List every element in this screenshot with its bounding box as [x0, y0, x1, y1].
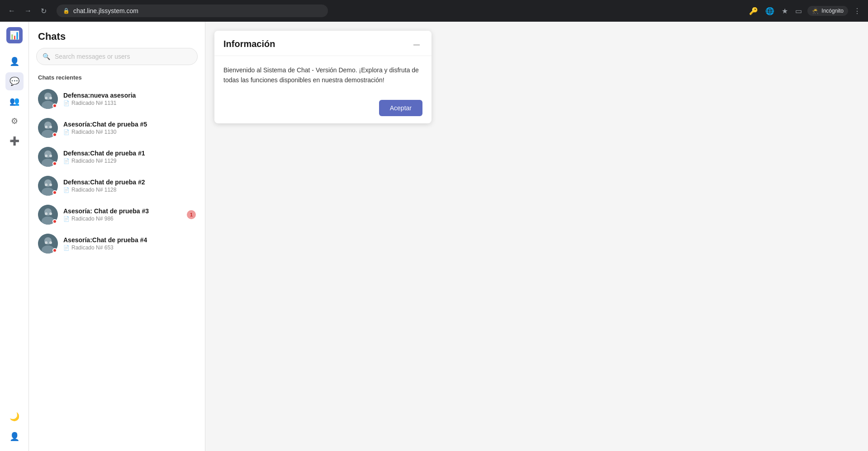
- notification-badge: 1: [187, 210, 196, 219]
- chat-list-item[interactable]: Defensa:nueva asesoria📄Radicado N# 1131: [29, 85, 205, 113]
- app-container: 📊 👤 💬 👥 ⚙ ➕ 🌙 👤 Chats 🔍: [0, 22, 868, 451]
- svg-point-23: [45, 212, 47, 215]
- browser-chrome: ← → ↻ 🔒 chat.line.jlssystem.com 🔑 🌐 ★ ▭ …: [0, 0, 868, 22]
- modal-close-button[interactable]: —: [411, 40, 422, 49]
- svg-point-9: [49, 126, 52, 128]
- incognito-label: Incógnito: [821, 8, 844, 14]
- back-button[interactable]: ←: [5, 5, 18, 17]
- chat-list-item[interactable]: Asesoría:Chat de prueba #5📄Radicado N# 1…: [29, 113, 205, 142]
- status-dot: [52, 190, 57, 195]
- moon-icon: 🌙: [9, 412, 19, 422]
- incognito-badge: 🥷 Incógnito: [807, 6, 848, 16]
- chat-info: Asesoría:Chat de prueba #4📄Radicado N# 6…: [63, 236, 196, 251]
- chat-list: Defensa:nueva asesoria📄Radicado N# 1131A…: [29, 85, 205, 451]
- file-icon: 📄: [63, 216, 70, 222]
- accept-button[interactable]: Aceptar: [379, 100, 422, 116]
- lock-icon: 🔒: [63, 8, 70, 14]
- svg-point-3: [45, 97, 47, 99]
- chat-subtitle: 📄Radicado N# 1131: [63, 100, 196, 106]
- chat-title: Defensa:Chat de prueba #2: [63, 179, 196, 186]
- chat-title: Defensa:Chat de prueba #1: [63, 150, 196, 157]
- menu-button[interactable]: ⋮: [852, 5, 863, 17]
- icon-sidebar: 📊 👤 💬 👥 ⚙ ➕ 🌙 👤: [0, 22, 29, 451]
- incognito-icon: 🥷: [812, 8, 819, 14]
- svg-point-8: [45, 126, 47, 128]
- file-icon: 📄: [63, 129, 70, 135]
- svg-point-28: [45, 241, 47, 244]
- modal-title: Información: [223, 39, 275, 49]
- chat-info: Asesoría: Chat de prueba #3📄Radicado N# …: [63, 207, 181, 222]
- browser-action-bar: 🔑 🌐 ★ ▭ 🥷 Incógnito ⋮: [747, 5, 863, 17]
- radicado-text: Radicado N# 1129: [71, 158, 116, 164]
- svg-point-4: [49, 97, 52, 99]
- sidebar-item-user-profile[interactable]: 👤: [5, 428, 24, 446]
- chat-info: Defensa:Chat de prueba #2📄Radicado N# 11…: [63, 179, 196, 193]
- search-icon: 🔍: [43, 53, 50, 60]
- chat-panel: Chats 🔍 Chats recientes Defensa:nueva as…: [29, 22, 205, 451]
- app-logo: 📊: [6, 27, 23, 43]
- avatar-wrap: [38, 89, 58, 109]
- file-icon: 📄: [63, 100, 70, 106]
- sidebar-item-add-user[interactable]: 👥: [5, 92, 24, 110]
- search-input[interactable]: [36, 48, 198, 65]
- radicado-text: Radicado N# 1128: [71, 187, 116, 193]
- avatar-wrap: [38, 234, 58, 254]
- chat-info: Defensa:Chat de prueba #1📄Radicado N# 11…: [63, 150, 196, 164]
- svg-point-24: [49, 212, 52, 215]
- chat-subtitle: 📄Radicado N# 1128: [63, 187, 196, 193]
- file-icon: 📄: [63, 187, 70, 193]
- svg-point-18: [45, 183, 47, 186]
- sidebar-toggle[interactable]: ▭: [793, 5, 804, 17]
- sidebar-item-chats[interactable]: 💬: [5, 72, 24, 90]
- section-label: Chats recientes: [29, 72, 205, 85]
- sidebar-item-contacts[interactable]: 👤: [5, 52, 24, 70]
- radicado-text: Radicado N# 1130: [71, 129, 116, 135]
- chat-title: Asesoría:Chat de prueba #4: [63, 236, 196, 244]
- chat-title: Asesoría: Chat de prueba #3: [63, 207, 181, 215]
- status-dot: [52, 219, 57, 224]
- reload-button[interactable]: ↻: [38, 5, 49, 17]
- radicado-text: Radicado N# 986: [71, 216, 114, 222]
- chat-title: Asesoría:Chat de prueba #5: [63, 121, 196, 128]
- svg-point-19: [49, 183, 52, 186]
- chat-list-item[interactable]: Asesoría:Chat de prueba #4📄Radicado N# 6…: [29, 229, 205, 258]
- modal-body: Bienvenido al Sistema de Chat - Versión …: [214, 56, 432, 94]
- person-icon: 👤: [9, 56, 19, 66]
- url-text: chat.line.jlssystem.com: [73, 7, 138, 14]
- chat-list-item[interactable]: Defensa:Chat de prueba #2📄Radicado N# 11…: [29, 171, 205, 200]
- avatar-wrap: [38, 147, 58, 167]
- status-dot: [52, 103, 57, 108]
- chat-icon: 💬: [9, 76, 19, 86]
- chat-list-item[interactable]: Defensa:Chat de prueba #1📄Radicado N# 11…: [29, 142, 205, 171]
- status-dot: [52, 132, 57, 137]
- key-icon[interactable]: 🔑: [747, 5, 760, 17]
- address-bar[interactable]: 🔒 chat.line.jlssystem.com: [57, 5, 328, 17]
- sidebar-item-settings[interactable]: ⚙: [5, 112, 24, 130]
- chat-subtitle: 📄Radicado N# 1130: [63, 129, 196, 135]
- avatar-wrap: [38, 118, 58, 138]
- modal-footer: Aceptar: [214, 94, 432, 123]
- chat-subtitle: 📄Radicado N# 653: [63, 244, 196, 251]
- chat-panel-title: Chats: [29, 22, 205, 48]
- avatar-wrap: [38, 205, 58, 225]
- file-icon: 📄: [63, 245, 70, 251]
- avatar-wrap: [38, 176, 58, 196]
- modal-header: Información —: [214, 31, 432, 56]
- forward-button[interactable]: →: [22, 5, 34, 17]
- info-modal: Información — Bienvenido al Sistema de C…: [214, 31, 432, 123]
- user-icon: 👤: [9, 432, 19, 442]
- radicado-text: Radicado N# 653: [71, 244, 114, 251]
- translate-icon[interactable]: 🌐: [764, 5, 776, 17]
- gear-icon: ⚙: [11, 116, 18, 126]
- sidebar-item-add[interactable]: ➕: [5, 132, 24, 150]
- add-user-icon: 👥: [9, 96, 19, 106]
- chat-title: Defensa:nueva asesoria: [63, 92, 196, 99]
- logo-icon: 📊: [9, 30, 19, 40]
- sidebar-item-darkmode[interactable]: 🌙: [5, 408, 24, 426]
- status-dot: [52, 248, 57, 253]
- star-icon[interactable]: ★: [780, 5, 790, 17]
- svg-point-14: [49, 155, 52, 157]
- chat-info: Asesoría:Chat de prueba #5📄Radicado N# 1…: [63, 121, 196, 135]
- chat-subtitle: 📄Radicado N# 1129: [63, 158, 196, 164]
- chat-list-item[interactable]: Asesoría: Chat de prueba #3📄Radicado N# …: [29, 200, 205, 229]
